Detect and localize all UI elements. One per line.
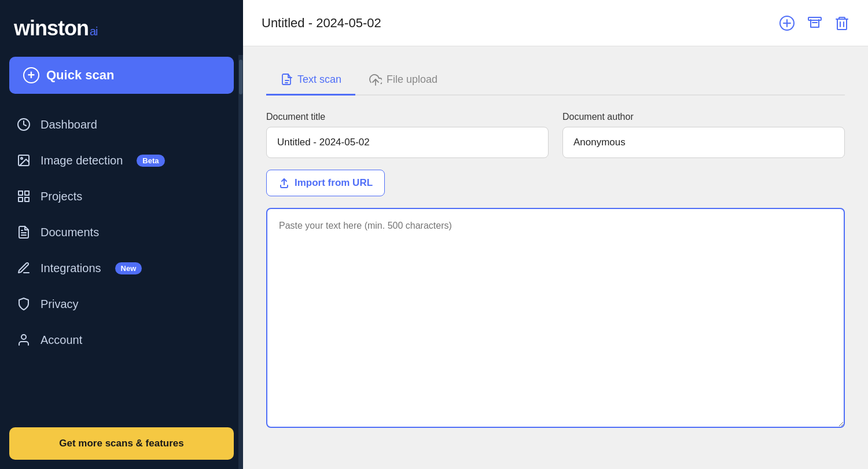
scroll-area: Text scan File upload Document title [243,46,868,469]
logo-suffix: ai [90,25,98,38]
document-title-label: Document title [266,112,549,122]
sidebar-item-dashboard[interactable]: Dashboard [5,108,238,141]
svg-rect-5 [19,197,23,201]
document-title-group: Document title [266,112,549,158]
sidebar-item-image-detection[interactable]: Image detection Beta [5,144,238,177]
header-bar: Untitled - 2024-05-02 [243,0,868,46]
new-badge: New [115,262,142,274]
account-icon [16,332,31,347]
document-author-group: Document author [562,112,845,158]
sidebar-bottom: Get more scans & features [0,418,243,469]
text-input-area[interactable] [266,208,845,428]
svg-rect-4 [25,191,29,195]
header-actions [779,15,849,31]
file-upload-icon [369,73,382,86]
sidebar-item-label: Dashboard [41,118,97,131]
svg-rect-3 [19,191,23,195]
sidebar-item-privacy[interactable]: Privacy [5,287,238,321]
import-url-label: Import from URL [295,177,373,189]
scrollbar-thumb [239,60,242,94]
svg-rect-13 [808,17,821,20]
privacy-icon [16,296,31,312]
import-url-button[interactable]: Import from URL [266,170,385,196]
svg-rect-6 [25,197,29,201]
document-title-input[interactable] [266,127,549,158]
dashboard-icon [16,117,31,132]
sidebar: winstonai + Quick scan Dashboard [0,0,243,469]
sidebar-item-documents[interactable]: Documents [5,215,238,249]
sidebar-item-integrations[interactable]: Integrations New [5,251,238,285]
header-title: Untitled - 2024-05-02 [262,16,381,31]
beta-badge: Beta [137,155,164,167]
svg-rect-15 [837,19,847,30]
sidebar-item-account[interactable]: Account [5,323,238,357]
sidebar-item-label: Integrations [41,262,101,275]
sidebar-item-label: Projects [41,190,82,203]
main-content: Untitled - 2024-05-02 [243,0,868,469]
tab-text-scan-label: Text scan [297,74,341,86]
logo-area: winstonai [0,0,243,52]
sidebar-item-label: Account [41,334,82,347]
svg-point-9 [21,335,26,339]
get-more-button[interactable]: Get more scans & features [9,427,234,460]
archive-button[interactable] [807,15,823,31]
form-row: Document title Document author [266,112,845,158]
tab-file-upload-label: File upload [387,74,437,86]
projects-icon [16,189,31,204]
document-author-label: Document author [562,112,845,122]
tab-text-scan[interactable]: Text scan [266,65,355,96]
nav-items: Dashboard Image detection Beta [0,108,243,418]
sidebar-item-label: Documents [41,226,99,239]
tab-file-upload[interactable]: File upload [355,65,451,96]
quick-scan-label: Quick scan [46,68,114,83]
tabs: Text scan File upload [266,65,845,96]
image-icon [16,153,31,168]
text-scan-icon [280,73,293,86]
logo-main: winston [14,16,89,40]
sidebar-item-label: Image detection [41,154,123,167]
sidebar-scrollbar[interactable] [238,55,243,469]
add-button[interactable] [779,15,795,31]
svg-point-2 [21,157,23,159]
integrations-icon [16,261,31,276]
document-author-input[interactable] [562,127,845,158]
logo-text: winstonai [14,16,98,41]
quick-scan-button[interactable]: + Quick scan [9,57,234,94]
sidebar-item-projects[interactable]: Projects [5,179,238,213]
documents-icon [16,225,31,240]
plus-circle-icon: + [23,67,39,83]
delete-button[interactable] [834,15,849,31]
sidebar-item-label: Privacy [41,298,79,311]
